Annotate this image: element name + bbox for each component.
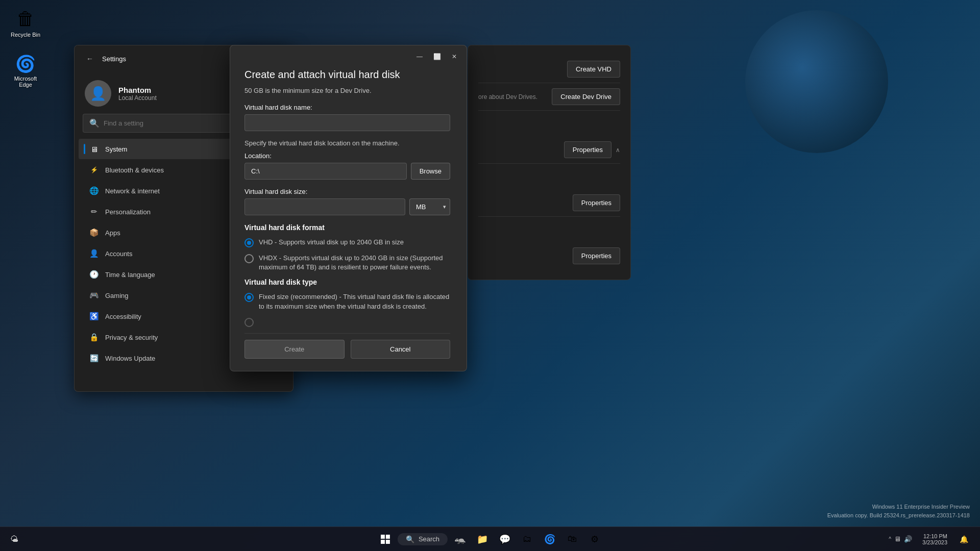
dialog-footer: Create Cancel bbox=[244, 333, 450, 359]
desktop-orb bbox=[745, 10, 888, 153]
nav-label-update: Windows Update bbox=[105, 355, 155, 362]
weather-icon[interactable]: 🌤 bbox=[4, 529, 24, 549]
settings-title-left: ← Settings bbox=[83, 52, 126, 66]
taskbar-app-teams[interactable]: 💬 bbox=[495, 529, 515, 549]
gaming-icon: 🎮 bbox=[89, 290, 99, 300]
format-vhdx-option[interactable]: VHDX - Supports virtual disk up to 2040 … bbox=[244, 254, 450, 272]
bluetooth-icon: ⚡ bbox=[89, 165, 99, 175]
svg-rect-2 bbox=[381, 540, 385, 544]
taskbar-search[interactable]: 🔍 Search bbox=[398, 533, 448, 545]
format-vhd-label: VHD - Supports virtual disk up to 2040 G… bbox=[259, 238, 404, 247]
type-fixed-option[interactable]: Fixed size (recommended) - This virtual … bbox=[244, 292, 450, 311]
taskbar-search-icon: 🔍 bbox=[406, 535, 414, 543]
taskbar-center: 🔍 Search 🦡 📁 💬 🗂 🌀 🛍 ⚙ bbox=[375, 529, 605, 549]
user-type: Local Account bbox=[118, 94, 157, 102]
recycle-bin-icon[interactable]: 🗑 Recycle Bin bbox=[5, 5, 46, 41]
location-row: Browse bbox=[244, 163, 450, 180]
nav-label-gaming: Gaming bbox=[105, 292, 129, 299]
edge-label: Microsoft Edge bbox=[8, 76, 43, 88]
dialog-minimize-button[interactable]: — bbox=[411, 49, 428, 64]
system-icon: 🖥 bbox=[89, 144, 99, 154]
update-icon: 🔄 bbox=[89, 353, 99, 363]
dialog-subtitle: 50 GB is the minimum size for a Dev Driv… bbox=[244, 87, 450, 94]
cancel-button[interactable]: Cancel bbox=[351, 340, 451, 359]
taskbar-search-label: Search bbox=[419, 535, 439, 543]
format-vhd-option[interactable]: VHD - Supports virtual disk up to 2040 G… bbox=[244, 238, 450, 247]
type-dynamic-radio[interactable] bbox=[244, 318, 254, 327]
avatar: 👤 bbox=[85, 80, 111, 107]
taskbar-left: 🌤 bbox=[0, 529, 24, 549]
properties-button-2[interactable]: Properties bbox=[573, 194, 620, 211]
properties-row-3: Properties bbox=[478, 242, 620, 269]
format-vhdx-radio[interactable] bbox=[244, 254, 254, 263]
name-input[interactable] bbox=[244, 114, 450, 131]
nav-label-bluetooth: Bluetooth & devices bbox=[105, 166, 164, 174]
dialog-close-button[interactable]: ✕ bbox=[446, 49, 462, 64]
edge-desktop-icon[interactable]: 🌀 Microsoft Edge bbox=[5, 51, 46, 91]
clock-time: 12:10 PM bbox=[923, 533, 947, 539]
desktop: 🗑 Recycle Bin 🌀 Microsoft Edge ← Setting… bbox=[0, 0, 980, 551]
chevron-up-icon: ∧ bbox=[616, 146, 620, 154]
edge-image: 🌀 bbox=[15, 54, 36, 73]
nav-label-privacy: Privacy & security bbox=[105, 334, 158, 341]
size-unit-select[interactable]: MB GB TB bbox=[409, 198, 450, 215]
create-vhd-row: Create VHD bbox=[478, 56, 620, 83]
size-input[interactable] bbox=[244, 198, 405, 215]
windows-watermark: Windows 11 Enterprise Insider Preview Ev… bbox=[827, 503, 970, 520]
location-label: Location: bbox=[244, 152, 450, 160]
create-vhd-button[interactable]: Create VHD bbox=[567, 61, 620, 78]
watermark-line2: Evaluation copy. Build 25324.rs_prerelea… bbox=[827, 511, 970, 520]
type-dynamic-option[interactable] bbox=[244, 317, 450, 327]
apps-icon: 📦 bbox=[89, 228, 99, 238]
notification-button[interactable]: 🔔 bbox=[953, 529, 974, 549]
taskbar: 🌤 🔍 Search 🦡 📁 💬 🗂 bbox=[0, 527, 980, 551]
dialog-maximize-button[interactable]: ⬜ bbox=[429, 49, 445, 64]
nav-label-personalization: Personalization bbox=[105, 208, 151, 216]
nav-label-system: System bbox=[105, 145, 127, 153]
user-name: Phantom bbox=[118, 86, 157, 94]
nav-label-apps: Apps bbox=[105, 229, 120, 237]
network-icon: 🌐 bbox=[89, 186, 99, 196]
taskbar-system-tray[interactable]: ^ 🖥 🔊 bbox=[885, 533, 916, 545]
type-fixed-radio[interactable] bbox=[244, 293, 254, 302]
taskbar-app-mascot[interactable]: 🦡 bbox=[450, 529, 470, 549]
properties-button-1[interactable]: Properties bbox=[564, 141, 611, 158]
bg-settings-panel: Create VHD ore about Dev Drives. Create … bbox=[468, 45, 631, 280]
nav-label-time: Time & language bbox=[105, 271, 155, 279]
create-dev-drive-button[interactable]: Create Dev Drive bbox=[552, 88, 620, 105]
back-button[interactable]: ← bbox=[83, 52, 97, 66]
taskbar-app-settings[interactable]: ⚙ bbox=[584, 529, 605, 549]
taskbar-app-explorer[interactable]: 🗂 bbox=[517, 529, 537, 549]
svg-rect-1 bbox=[386, 535, 390, 539]
taskbar-app-store[interactable]: 🛍 bbox=[562, 529, 582, 549]
svg-rect-3 bbox=[386, 540, 390, 544]
start-button[interactable] bbox=[375, 529, 396, 549]
browse-button[interactable]: Browse bbox=[411, 163, 450, 180]
size-unit-wrapper[interactable]: MB GB TB bbox=[409, 198, 450, 215]
dev-drives-text: ore about Dev Drives. bbox=[478, 93, 537, 101]
taskbar-app-edge[interactable]: 🌀 bbox=[540, 529, 560, 549]
nav-label-accessibility: Accessibility bbox=[105, 313, 141, 320]
recycle-bin-label: Recycle Bin bbox=[11, 32, 40, 38]
taskbar-clock[interactable]: 12:10 PM 3/23/2023 bbox=[918, 532, 951, 546]
search-icon: 🔍 bbox=[89, 118, 100, 128]
dev-drives-row: ore about Dev Drives. Create Dev Drive bbox=[478, 83, 620, 111]
name-label: Virtual hard disk name: bbox=[244, 104, 450, 111]
type-fixed-label: Fixed size (recommended) - This virtual … bbox=[259, 292, 450, 311]
format-vhd-radio[interactable] bbox=[244, 238, 254, 247]
create-button[interactable]: Create bbox=[244, 340, 345, 359]
location-input[interactable] bbox=[244, 163, 407, 180]
taskbar-app-files[interactable]: 📁 bbox=[472, 529, 493, 549]
chevron-tray-icon: ^ bbox=[889, 536, 891, 542]
location-section-text: Specify the virtual hard disk location o… bbox=[244, 139, 450, 147]
properties-button-3[interactable]: Properties bbox=[573, 247, 620, 264]
nav-label-accounts: Accounts bbox=[105, 250, 132, 258]
format-vhdx-label: VHDX - Supports virtual disk up to 2040 … bbox=[259, 254, 450, 272]
size-label: Virtual hard disk size: bbox=[244, 188, 450, 195]
dialog-body: Create and attach virtual hard disk 50 G… bbox=[230, 64, 467, 371]
svg-rect-0 bbox=[381, 535, 385, 539]
user-info: Phantom Local Account bbox=[118, 86, 157, 102]
taskbar-right: ^ 🖥 🔊 12:10 PM 3/23/2023 🔔 bbox=[885, 529, 980, 549]
dialog-scroll[interactable]: Create and attach virtual hard disk 50 G… bbox=[244, 69, 452, 359]
time-icon: 🕐 bbox=[89, 269, 99, 280]
